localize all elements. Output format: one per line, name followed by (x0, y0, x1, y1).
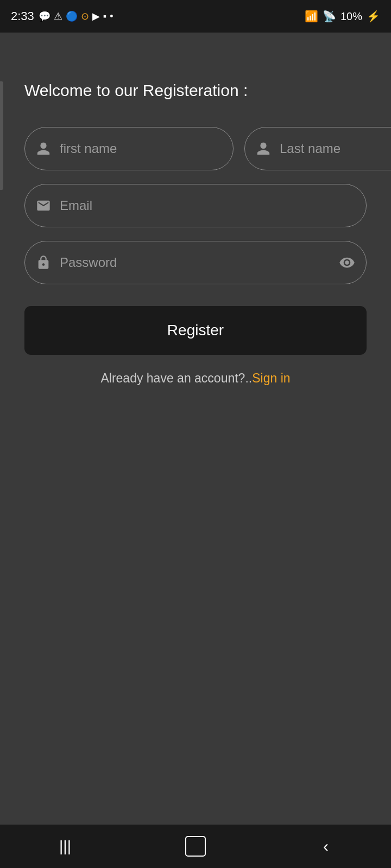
battery-icon: ▪ (103, 11, 106, 22)
email-icon (36, 198, 51, 213)
message-icon: 💬 (39, 10, 51, 22)
status-bar: 2:33 💬 ⚠ 🔵 ⊙ ▶ ▪ • 📶 📡 10% ⚡ (0, 0, 391, 33)
nav-back-button[interactable]: ‹ (304, 825, 348, 868)
last-name-wrapper (244, 127, 391, 170)
signal-icon: 📡 (323, 10, 336, 23)
last-name-person-icon (256, 141, 271, 156)
last-name-input[interactable] (280, 141, 391, 156)
password-input[interactable] (60, 255, 339, 270)
charging-icon: ⚡ (367, 10, 380, 23)
wifi-icon: 📶 (305, 10, 318, 23)
status-right: 📶 📡 10% ⚡ (305, 10, 380, 23)
messenger-icon: 🔵 (66, 10, 78, 22)
first-name-wrapper (24, 127, 234, 170)
main-content: Welcome to our Registeration : (0, 33, 391, 825)
home-icon (185, 836, 206, 857)
first-name-person-icon (36, 141, 51, 156)
welcome-title: Welcome to our Registeration : (24, 81, 367, 100)
status-left: 2:33 💬 ⚠ 🔵 ⊙ ▶ ▪ • (11, 9, 113, 23)
signin-prompt: Already have an account?..Sign in (24, 371, 367, 386)
lock-icon (36, 255, 51, 270)
nav-home-button[interactable] (174, 825, 217, 868)
email-wrapper (24, 184, 367, 227)
first-name-input[interactable] (60, 141, 222, 156)
register-button[interactable]: Register (24, 306, 367, 355)
recent-apps-icon: ||| (59, 838, 71, 855)
dot-icon: • (110, 11, 113, 22)
password-wrapper (24, 241, 367, 284)
status-icons: 💬 ⚠ 🔵 ⊙ ▶ ▪ • (39, 10, 113, 22)
already-account-text: Already have an account?.. (100, 371, 252, 385)
signin-link[interactable]: Sign in (252, 371, 290, 385)
battery-percent: 10% (340, 10, 362, 23)
back-icon: ‹ (323, 837, 329, 856)
password-row (24, 241, 367, 284)
status-time: 2:33 (11, 9, 34, 23)
warning-icon: ⚠ (54, 10, 62, 22)
circle-yellow-icon: ⊙ (81, 10, 89, 22)
name-row (24, 127, 367, 170)
nav-recent-button[interactable]: ||| (43, 825, 87, 868)
youtube-icon: ▶ (92, 10, 100, 22)
email-input[interactable] (60, 198, 355, 213)
toggle-password-icon[interactable] (339, 254, 355, 271)
left-edge-indicator (0, 81, 3, 190)
nav-bar: ||| ‹ (0, 825, 391, 868)
email-row (24, 184, 367, 227)
